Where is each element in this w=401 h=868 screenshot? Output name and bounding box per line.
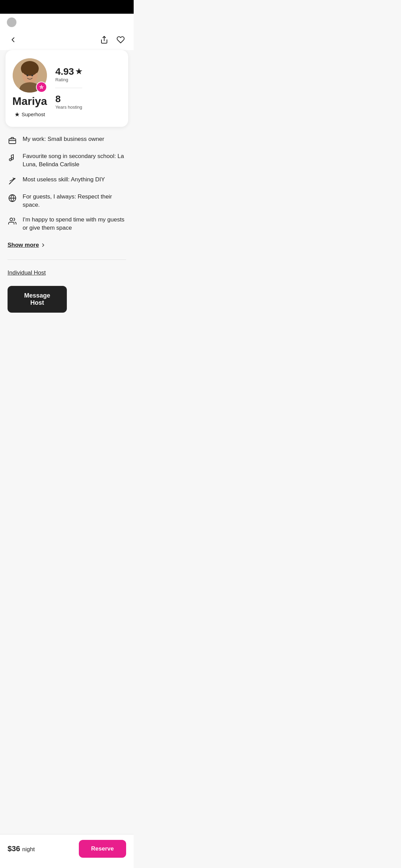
svg-point-17 — [14, 178, 15, 179]
info-list: My work: Small business owner Favourite … — [0, 135, 134, 232]
host-name: Mariya — [12, 95, 47, 107]
svg-point-5 — [26, 75, 28, 76]
dish-icon — [8, 193, 17, 203]
wand-icon — [8, 176, 17, 186]
message-host-button[interactable]: Message Host — [8, 286, 67, 313]
info-text-guests: For guests, I always: Respect their spac… — [23, 193, 126, 209]
back-button[interactable] — [8, 34, 19, 45]
individual-host-section: Individual Host — [0, 269, 134, 276]
section-divider — [8, 260, 126, 260]
status-bar — [0, 14, 134, 31]
nav-bar — [0, 31, 134, 50]
share-button[interactable] — [99, 34, 110, 45]
info-text-music: Favourite song in secondary school: La L… — [23, 152, 126, 169]
years-hosting-stat: 8 Years hosting — [55, 94, 82, 110]
svg-point-13 — [11, 158, 13, 160]
avatar — [13, 58, 47, 93]
star-icon: ★ — [75, 67, 82, 76]
favorite-button[interactable] — [115, 34, 126, 45]
svg-rect-8 — [9, 139, 16, 144]
svg-line-16 — [13, 178, 14, 179]
superhost-badge-icon — [36, 82, 47, 93]
svg-point-18 — [10, 218, 13, 221]
profile-card: Mariya Superhost 4.93 ★ Rating 8 Years h… — [5, 50, 128, 127]
svg-point-4 — [22, 65, 37, 76]
top-status-bar — [0, 0, 134, 14]
superhost-label: Superhost — [14, 111, 45, 117]
status-dot — [7, 17, 16, 27]
info-text-time: I'm happy to spend time with my guests o… — [23, 216, 126, 232]
info-item-work: My work: Small business owner — [8, 135, 126, 145]
message-host-section: Message Host — [0, 286, 134, 313]
show-more-section: Show more — [0, 242, 134, 249]
info-text-skill: Most useless skill: Anything DIY — [23, 176, 105, 184]
info-item-skill: Most useless skill: Anything DIY — [8, 176, 126, 186]
info-text-work: My work: Small business owner — [23, 135, 104, 143]
svg-point-12 — [9, 159, 11, 161]
briefcase-icon — [8, 136, 17, 145]
people-icon — [8, 216, 17, 226]
svg-point-6 — [31, 75, 33, 76]
individual-host-link[interactable]: Individual Host — [8, 269, 46, 276]
rating-stat: 4.93 ★ Rating — [55, 66, 82, 82]
show-more-link[interactable]: Show more — [8, 242, 46, 249]
music-icon — [8, 153, 17, 162]
info-item-music: Favourite song in secondary school: La L… — [8, 152, 126, 169]
info-item-time: I'm happy to spend time with my guests o… — [8, 216, 126, 232]
profile-stats: 4.93 ★ Rating 8 Years hosting — [55, 66, 82, 110]
info-item-guests: For guests, I always: Respect their spac… — [8, 193, 126, 209]
